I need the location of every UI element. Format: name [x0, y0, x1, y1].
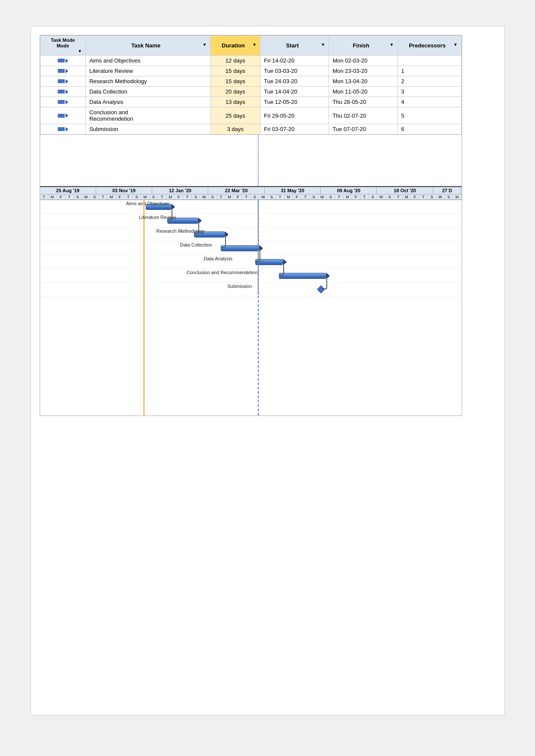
- timeline-day-3-1: M: [225, 194, 234, 200]
- timeline-month-5: 09 Aug '20: [321, 187, 377, 194]
- table-row[interactable]: Submission 3 days Fri 03-07-20 Tue 07-07…: [40, 124, 461, 134]
- task-start-cell-1[interactable]: Tue 03-03-20: [260, 66, 329, 76]
- timeline-day-3-5: W: [259, 194, 268, 200]
- task-duration-cell-5[interactable]: 25 days: [210, 107, 260, 124]
- task-pred-cell-1[interactable]: 1: [397, 66, 461, 76]
- filter-icon-task-mode[interactable]: ▼: [78, 49, 82, 53]
- timeline-day-3-6: S: [268, 194, 276, 200]
- task-mode-cell-0: [40, 56, 86, 66]
- connector-5: [221, 247, 225, 248]
- timeline-day-5-1: M: [344, 194, 352, 200]
- timeline-day-5-2: F: [352, 194, 360, 200]
- timeline-day-6-3: T: [419, 194, 428, 200]
- task-start-cell-4[interactable]: Tue 12-05-20: [260, 97, 329, 107]
- chart-row-4: Data Analysis: [40, 255, 462, 269]
- gantt-milestone-6[interactable]: [317, 286, 325, 294]
- task-finish-cell-1[interactable]: Mon 23-03-20: [329, 66, 397, 76]
- task-finish-cell-3[interactable]: Mon 11-05-20: [329, 87, 397, 97]
- filter-icon-predecessors[interactable]: ▼: [454, 42, 458, 47]
- task-name-cell-6[interactable]: Submission: [86, 124, 210, 134]
- timeline-day-0-3: T: [65, 194, 74, 200]
- timeline-month-3: 22 Mar '20: [208, 187, 264, 194]
- task-duration-cell-0[interactable]: 12 days: [210, 56, 260, 66]
- gantt-bar-5[interactable]: [279, 273, 326, 279]
- table-row[interactable]: Literature Review 15 days Tue 03-03-20 M…: [40, 66, 461, 76]
- col-finish-label: Finish: [353, 42, 369, 49]
- task-duration-cell-1[interactable]: 15 days: [210, 66, 260, 76]
- gantt-bar-3[interactable]: [221, 245, 260, 251]
- col-header-task-name[interactable]: Task Name ▼: [86, 36, 210, 56]
- filter-icon-finish[interactable]: ▼: [390, 42, 394, 47]
- task-finish-cell-4[interactable]: Thu 28-05-20: [329, 97, 397, 107]
- chart-row-5: Conclusion and Recommendetion: [40, 269, 462, 283]
- task-start-cell-6[interactable]: Fri 03-07-20: [260, 124, 329, 134]
- task-mode-cell-5: [40, 107, 86, 124]
- task-pred-cell-0[interactable]: [397, 56, 461, 66]
- timeline-day-1-2: F: [116, 194, 125, 200]
- chart-rows: Aims and ObjectivesLiterature ReviewRese…: [40, 200, 462, 297]
- table-row[interactable]: Research Methodology 15 days Tue 24-03-2…: [40, 76, 461, 87]
- chart-bar-label-6: Submission: [228, 284, 252, 289]
- col-header-task-mode[interactable]: Task Mode Mode ▼: [40, 36, 86, 56]
- filter-icon-duration[interactable]: ▼: [252, 42, 257, 47]
- task-finish-cell-5[interactable]: Thu 02-07-20: [329, 107, 397, 124]
- connector-6: [260, 247, 260, 261]
- timeline-day-0-0: T: [40, 194, 49, 200]
- task-name-cell-1[interactable]: Literature Review: [86, 66, 210, 76]
- task-name-cell-0[interactable]: Aims and Objectives: [86, 56, 210, 66]
- task-pred-cell-2[interactable]: 2: [397, 76, 461, 87]
- col-header-finish[interactable]: Finish ▼: [329, 36, 397, 56]
- col-header-duration[interactable]: Duration ▼: [210, 36, 260, 56]
- table-row[interactable]: Aims and Objectives 12 days Fri 14-02-20…: [40, 56, 461, 66]
- task-start-cell-2[interactable]: Tue 24-03-20: [260, 76, 329, 87]
- timeline-day-6-4: S: [428, 194, 436, 200]
- timeline-day-1-3: T: [124, 194, 133, 200]
- table-row[interactable]: Data Collection 20 days Tue 14-04-20 Mon…: [40, 87, 461, 97]
- task-name-cell-4[interactable]: Data Analysis: [86, 97, 210, 107]
- timeline-day-5-4: S: [369, 194, 377, 200]
- table-row[interactable]: Conclusion andRecommendetion 25 days Fri…: [40, 107, 461, 124]
- timeline-day-4-2: F: [293, 194, 301, 200]
- timeline-day-4-4: S: [310, 194, 319, 200]
- task-mode-cell-1: [40, 66, 86, 76]
- timeline-day-3-0: T: [217, 194, 225, 200]
- chart-bar-label-0: Aims and Objectives: [126, 201, 169, 206]
- col-start-label: Start: [286, 42, 299, 49]
- timeline-month-0: 25 Aug '19: [40, 187, 96, 194]
- task-duration-cell-6[interactable]: 3 days: [210, 124, 260, 134]
- timeline-day-2-5: W: [200, 194, 209, 200]
- task-start-cell-3[interactable]: Tue 14-04-20: [260, 87, 329, 97]
- task-start-cell-5[interactable]: Fri 29-05-20: [260, 107, 329, 124]
- timeline-day-6-1: M: [403, 194, 411, 200]
- connector-9: [279, 275, 284, 275]
- task-duration-cell-3[interactable]: 20 days: [210, 87, 260, 97]
- task-finish-cell-0[interactable]: Mon 02-03-20: [329, 56, 397, 66]
- task-pred-cell-4[interactable]: 4: [397, 97, 461, 107]
- table-row[interactable]: Data Analysis 13 days Tue 12-05-20 Thu 2…: [40, 97, 461, 107]
- chart-bar-label-5: Conclusion and Recommendetion: [187, 270, 258, 275]
- col-header-predecessors[interactable]: Predecessors ▼: [397, 36, 461, 56]
- timeline-day-4-1: M: [285, 194, 293, 200]
- task-start-cell-0[interactable]: Fri 14-02-20: [260, 56, 329, 66]
- filter-icon-task-name[interactable]: ▼: [203, 42, 207, 47]
- timeline-month-4: 31 May '20: [265, 187, 321, 194]
- timeline-day-4-6: S: [327, 194, 335, 200]
- task-pred-cell-3[interactable]: 3: [397, 87, 461, 97]
- task-name-cell-5[interactable]: Conclusion andRecommendetion: [86, 107, 210, 124]
- col-task-mode-line2: Mode: [44, 43, 82, 49]
- filter-icon-start[interactable]: ▼: [321, 42, 325, 47]
- task-finish-cell-2[interactable]: Mon 13-04-20: [329, 76, 397, 87]
- task-name-cell-3[interactable]: Data Collection: [86, 87, 210, 97]
- task-duration-cell-2[interactable]: 15 days: [210, 76, 260, 87]
- task-duration-cell-4[interactable]: 13 days: [210, 97, 260, 107]
- timeline-day-7-0: M: [453, 194, 461, 200]
- col-header-start[interactable]: Start ▼: [260, 36, 329, 56]
- table-header-row: Task Mode Mode ▼ Task Name ▼ Duration ▼: [40, 36, 461, 56]
- timeline-day-5-6: S: [386, 194, 394, 200]
- task-pred-cell-5[interactable]: 5: [397, 107, 461, 124]
- gantt-table: Task Mode Mode ▼ Task Name ▼ Duration ▼: [40, 35, 462, 134]
- task-finish-cell-6[interactable]: Tue 07-07-20: [329, 124, 397, 134]
- task-pred-cell-6[interactable]: 6: [397, 124, 461, 134]
- task-name-cell-2[interactable]: Research Methodology: [86, 76, 210, 87]
- gantt-chart-area: Aims and ObjectivesLiterature ReviewRese…: [40, 200, 462, 415]
